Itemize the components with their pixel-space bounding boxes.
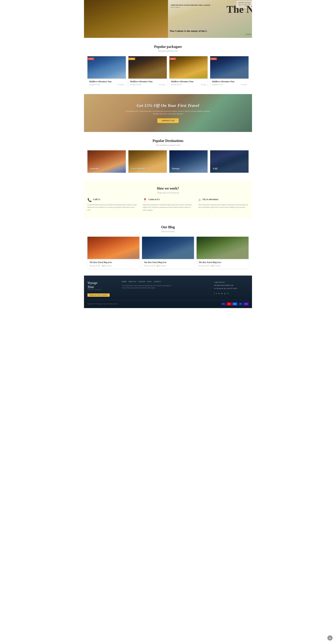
footer-nav: HOMEABOUT USCATALOGBLOGCONTACT Lorem ips… [122, 281, 211, 297]
card-title: Maldives Adventure Tour [171, 80, 206, 83]
footer-top: Voyage Time Travel Agency NEWSLETTER SIG… [88, 281, 248, 297]
how-item-title: Fly to adventure [203, 198, 218, 201]
newsletter-button[interactable]: NEWSLETTER SIGNUP [88, 294, 110, 297]
footer-nav-link[interactable]: HOME [122, 281, 127, 282]
how-icon: ✈ Fly to adventure [198, 198, 248, 202]
footer: Voyage Time Travel Agency NEWSLETTER SIG… [84, 276, 252, 308]
footer-contact: 1-800-2345-5677 INFO@VOYAGETIME.COM 612 … [214, 281, 248, 297]
blog-card[interactable]: The Best Travel Blog Ever 🗓 August 20, 2… [142, 237, 194, 269]
destination-label: Australia [90, 167, 99, 170]
how-icon: 📞 Call Us [88, 198, 138, 202]
footer-social: fpintwg+li [214, 292, 248, 295]
card-body: Maldives Adventure Tour 🗓 August 20, 201… [210, 78, 248, 87]
card-meta: 🗓 August 20, 2018 ⏱ 10 days [89, 84, 124, 86]
destination-card[interactable]: UAE [210, 150, 248, 173]
package-card[interactable]: 1250 $ Maldives Adventure Tour 🗓 August … [128, 56, 167, 87]
social-icon-li[interactable]: li [227, 292, 228, 295]
how-item-desc: Neque porro quisquam est, qui dolorem ip… [143, 204, 193, 212]
footer-description: Lorem ipsum dolor sit amet, consectetur … [122, 284, 174, 289]
blog-post-title: The Best Travel Blog Ever [144, 261, 192, 264]
blog-meta: 🗓 August 20, 2018 ✍ By Travelizer [90, 265, 137, 266]
payment-method-icon: PM [244, 302, 248, 306]
amex-icon: AMEX [232, 302, 237, 306]
card-meta: 🗓 August 20, 2018 ⏱ 10 days [212, 84, 247, 86]
card-duration: ⏱ 10 days [241, 84, 247, 86]
blog-post-title: The Best Travel Blog Ever [90, 261, 137, 264]
price-badge: 1450 $ [169, 58, 176, 60]
blog-date: 🗓 August 20, 2018 [90, 265, 100, 266]
blog-date: 🗓 August 20, 2018 [199, 265, 209, 266]
card-body: Maldives Adventure Tour 🗓 August 20, 201… [88, 78, 126, 87]
how-item-desc: Nemo enim ipsam voluptatem quia voluptas… [198, 204, 248, 209]
footer-phone: 1-800-2345-5677 [214, 281, 248, 284]
footer-brand: Voyage Time Travel Agency NEWSLETTER SIG… [88, 281, 118, 297]
blog-date: 🗓 August 20, 2018 [144, 265, 155, 266]
how-item-desc: Ut enim ad minim veniam, quis nostrum ex… [88, 204, 138, 212]
destination-card[interactable]: Australia [88, 150, 126, 173]
how-item-title: Call Us [93, 198, 100, 201]
how-item: 📞 Call Us Ut enim ad minim veniam, quis … [88, 198, 138, 212]
blog-row: The Best Travel Blog Ever 🗓 August 20, 2… [88, 237, 248, 269]
card-date: 🗓 August 20, 2018 [212, 84, 223, 86]
footer-nav-link[interactable]: CATALOG [138, 281, 145, 282]
how-title: How we work? [88, 186, 248, 190]
card-image: 1450 $ [210, 56, 248, 78]
destinations-row: AustraliaCzech RepublicNorwayUAE [88, 150, 248, 173]
packages-title: Popular packagaes [88, 45, 248, 49]
package-card[interactable]: 1450 $ Maldives Adventure Tour 🗓 August … [169, 56, 208, 87]
blog-card[interactable]: The Best Travel Blog Ever 🗓 August 20, 2… [88, 237, 139, 269]
how-grid: 📞 Call Us Ut enim ad minim veniam, quis … [88, 198, 248, 212]
card-body: Maldives Adventure Tour 🗓 August 20, 201… [128, 78, 167, 87]
card-title: Maldives Adventure Tour [212, 80, 247, 83]
footer-address: 612 Broadway New York, NY 10012 [214, 287, 248, 290]
social-icon-p[interactable]: p [216, 292, 217, 295]
card-image: 1450 $ [88, 56, 126, 78]
blog-card[interactable]: The Best Travel Blog Ever 🗓 August 20, 2… [197, 237, 248, 269]
footer-copyright: Copyright © 2018 Company Name All rights… [88, 303, 118, 305]
brand-name: Voyage Time [88, 281, 118, 289]
destinations-subtitle: Best destinations around the world [88, 144, 248, 146]
price-badge: 1450 $ [210, 58, 217, 60]
card-image: 1450 $ [169, 56, 208, 78]
card-image: 1250 $ [128, 56, 167, 78]
how-item: 📍 Come to Us Neque porro quisquam est, q… [143, 198, 193, 212]
blog-image [88, 237, 139, 259]
blog-post-title: The Best Travel Blog Ever [199, 261, 246, 264]
card-duration: ⏱ 15 days [159, 84, 165, 86]
blog-author: ✍ By Travelizer [102, 265, 112, 266]
blog-body: The Best Travel Blog Ever 🗓 August 20, 2… [142, 259, 194, 269]
card-date: 🗓 August 20, 2018 [89, 84, 100, 86]
blog-image [142, 237, 194, 259]
hero-left-image [84, 0, 168, 38]
brand-tagline: Travel Agency [88, 289, 118, 290]
destination-label: Norway [172, 167, 180, 170]
packages-cards-row: 1450 $ Maldives Adventure Tour 🗓 August … [88, 56, 248, 87]
blog-meta: 🗓 August 20, 2018 ✍ By Travelizer [144, 265, 192, 266]
destination-label: UAE [213, 167, 218, 170]
social-icon-f[interactable]: f [214, 292, 215, 295]
footer-nav-link[interactable]: BLOG [147, 281, 152, 282]
hero-right-newspaper: EXTREMES IS READY FOR A CLOSER LOOK PAGE… [168, 0, 252, 38]
promo-description: Necessitatibus eius. Corrupti adam adipi… [125, 110, 211, 115]
paypal-icon: PP [238, 302, 243, 306]
footer-nav-link[interactable]: CONTACT [154, 281, 161, 282]
blog-title: Our Blog [88, 225, 248, 229]
social-icon-in[interactable]: in [218, 292, 220, 295]
social-icon-tw[interactable]: tw [221, 292, 223, 295]
card-title: Maldives Adventure Tour [89, 80, 124, 83]
card-meta: 🗓 August 20, 2018 ⏱ 15 days [130, 84, 165, 86]
footer-nav-link[interactable]: ABOUT US [129, 281, 136, 282]
how-section: How we work? Simple steps to your dream … [84, 180, 252, 218]
packages-section: Popular packagaes Best tours around the … [84, 38, 252, 94]
package-card[interactable]: 1450 $ Maldives Adventure Tour 🗓 August … [210, 56, 248, 87]
package-card[interactable]: 1450 $ Maldives Adventure Tour 🗓 August … [88, 56, 126, 87]
price-badge: 1250 $ [128, 58, 135, 60]
footer-bottom: Copyright © 2018 Company Name All rights… [88, 300, 248, 306]
mastercard-icon: MC [227, 302, 231, 306]
social-icon-g+[interactable]: g+ [224, 292, 226, 295]
footer-nav-links: HOMEABOUT USCATALOGBLOGCONTACT [122, 281, 211, 282]
destination-card[interactable]: Czech Republic [128, 150, 167, 173]
destinations-section: Popular Destinations Best destinations a… [84, 132, 252, 180]
contact-us-button[interactable]: CONTACT US [157, 118, 179, 123]
destination-card[interactable]: Norway [169, 150, 208, 173]
